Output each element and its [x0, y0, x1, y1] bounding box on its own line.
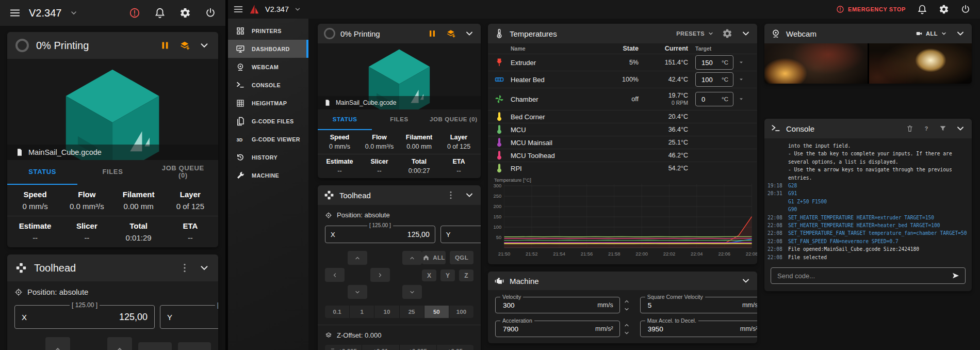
tab-job-queue[interactable]: JOB QUEUE (0): [148, 160, 218, 185]
tab-status[interactable]: STATUS: [7, 160, 77, 185]
presets-dropdown[interactable]: PRESETS: [676, 30, 714, 37]
gear-icon[interactable]: [722, 28, 732, 39]
spinner-up-icon[interactable]: [624, 322, 630, 328]
qgl-button[interactable]: QGL: [450, 251, 473, 264]
menu-icon[interactable]: [9, 7, 21, 19]
collapse-chevron-icon[interactable]: [199, 40, 210, 51]
printer-version-label[interactable]: V2.347: [29, 7, 61, 19]
sidebar-item-console[interactable]: CONSOLE: [228, 76, 308, 94]
collapse-chevron-icon[interactable]: [741, 276, 751, 286]
power-icon[interactable]: [960, 4, 971, 14]
step-25[interactable]: 25: [400, 306, 424, 318]
jog-y-minus-button[interactable]: [348, 285, 367, 299]
menu-icon[interactable]: [233, 4, 243, 14]
settings-gear-icon[interactable]: [179, 7, 191, 19]
home-all-button[interactable]: ALL: [138, 342, 172, 350]
send-code-input[interactable]: [776, 272, 948, 280]
chevron-down-icon[interactable]: [294, 6, 301, 13]
send-icon[interactable]: [952, 272, 960, 280]
heater-bed-icon: [494, 74, 504, 85]
target-temp-input[interactable]: [700, 75, 716, 84]
step-100[interactable]: 100: [449, 306, 473, 318]
target-dropdown-caret[interactable]: [738, 96, 744, 102]
sidebar-item-webcam[interactable]: WEBCAM: [228, 58, 308, 76]
layers-plus-icon[interactable]: [446, 28, 456, 39]
trash-icon[interactable]: [906, 124, 914, 133]
layers-plus-icon[interactable]: [179, 40, 190, 51]
dots-vertical-icon[interactable]: [179, 262, 190, 274]
axis-x-input[interactable]: [27, 311, 154, 323]
tab-files[interactable]: FILES: [77, 160, 148, 185]
svg-text:150: 150: [493, 214, 501, 219]
home-y-button[interactable]: Y: [440, 269, 455, 281]
webcam-selector[interactable]: ALL: [916, 30, 947, 37]
square-corner-velocity-input[interactable]: [647, 301, 742, 310]
jog-x-plus-button[interactable]: [370, 268, 390, 282]
collapse-chevron-icon[interactable]: [464, 190, 475, 200]
pause-button[interactable]: [427, 28, 437, 39]
max-accel-to-decel-input[interactable]: [647, 325, 740, 333]
z-offset-up-0.025[interactable]: +0.025: [400, 345, 437, 350]
axis-y-input[interactable]: [172, 311, 218, 323]
jog-z-plus-button[interactable]: [107, 337, 132, 350]
target-dropdown-caret[interactable]: [738, 59, 744, 66]
sidebar-item-gcode-viewer[interactable]: 3D G-CODE VIEWER: [228, 130, 308, 148]
pause-button[interactable]: [159, 40, 171, 51]
spinner-up-icon[interactable]: [624, 298, 630, 305]
jog-y-plus-button[interactable]: [348, 251, 367, 265]
velocity-input[interactable]: [502, 301, 597, 310]
step-10[interactable]: 10: [374, 306, 399, 318]
printer-version-label[interactable]: V2.347: [265, 5, 289, 13]
spinner-down-icon[interactable]: [624, 330, 630, 336]
spinner-down-icon[interactable]: [624, 306, 630, 312]
toolhead-header: Toolhead: [7, 254, 218, 281]
settings-gear-icon[interactable]: [939, 4, 949, 14]
z-offset-up-0.05[interactable]: +0.05: [437, 345, 473, 350]
home-all-button[interactable]: ALL: [422, 251, 446, 264]
help-icon[interactable]: ?: [922, 124, 930, 133]
sidebar-item-printers[interactable]: PRINTERS: [228, 22, 308, 40]
target-dropdown-caret[interactable]: [738, 76, 744, 83]
z-offset-up-0.01[interactable]: +0.01: [362, 345, 399, 350]
tab-files[interactable]: FILES: [372, 109, 426, 130]
jog-y-plus-button[interactable]: [45, 337, 70, 350]
collapse-chevron-icon[interactable]: [955, 28, 966, 39]
step-1[interactable]: 1: [350, 306, 374, 318]
sidebar-item-gcode-files[interactable]: G-CODE FILES: [228, 112, 308, 130]
target-temp-input[interactable]: [700, 58, 716, 67]
bell-icon[interactable]: [154, 7, 166, 19]
sidebar-item-label: DASHBOARD: [252, 46, 290, 52]
axis-y-input[interactable]: [450, 230, 481, 239]
step-0.1[interactable]: 0.1: [325, 306, 350, 318]
emergency-stop-button[interactable]: EMERGENCY STOP: [836, 5, 906, 13]
sidebar-item-machine[interactable]: MACHINE: [228, 166, 308, 184]
jog-x-minus-button[interactable]: [325, 268, 345, 282]
step-50-selected[interactable]: 50: [424, 306, 449, 318]
sidebar-item-dashboard[interactable]: DASHBOARD: [228, 40, 308, 58]
dots-vertical-icon[interactable]: [446, 190, 456, 200]
jog-z-plus-button[interactable]: [402, 251, 422, 265]
sidebar-item-history[interactable]: HISTORY: [228, 148, 308, 166]
filter-funnel-icon[interactable]: [939, 124, 947, 133]
tab-status[interactable]: STATUS: [318, 109, 372, 130]
stat-value: 0.0 mm³/s: [360, 143, 399, 150]
sidebar-item-heightmap[interactable]: HEIGHTMAP: [228, 94, 308, 112]
collapse-chevron-icon[interactable]: [741, 28, 751, 39]
bell-icon[interactable]: [917, 4, 927, 14]
qgl-button[interactable]: QGL: [178, 342, 211, 350]
jog-z-minus-button[interactable]: [402, 285, 422, 299]
collapse-chevron-icon[interactable]: [464, 28, 475, 39]
acceleration-input[interactable]: [502, 325, 595, 333]
target-temp-input[interactable]: [700, 95, 716, 104]
axis-x-input[interactable]: [335, 230, 435, 239]
home-x-button[interactable]: X: [422, 269, 436, 281]
emergency-stop-icon[interactable]: [129, 7, 140, 19]
tab-job-queue[interactable]: JOB QUEUE (0): [427, 109, 481, 130]
collapse-chevron-icon[interactable]: [199, 262, 210, 274]
home-z-button[interactable]: Z: [459, 269, 473, 281]
power-icon[interactable]: [205, 7, 216, 19]
console-log[interactable]: into the input field. - Use the tab key …: [764, 138, 972, 264]
chevron-down-icon[interactable]: [70, 9, 78, 17]
z-offset-up-0.005[interactable]: +0.005: [325, 345, 362, 350]
collapse-chevron-icon[interactable]: [955, 123, 966, 134]
